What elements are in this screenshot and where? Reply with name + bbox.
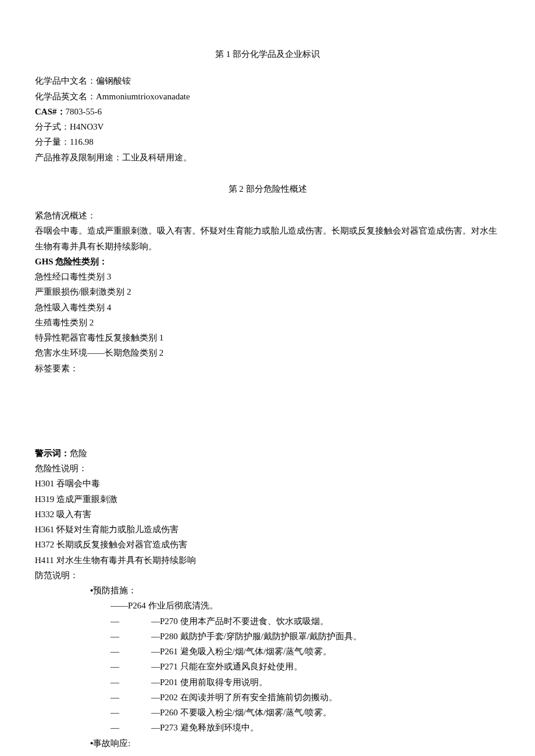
- hazard-statement: H372 长期或反复接触会对器官造成伤害: [35, 537, 500, 552]
- prevention-text: —P280 戴防护手套/穿防护服/戴防护眼罩/戴防护面具。: [151, 632, 362, 641]
- hazard-label: 危险性说明：: [35, 461, 500, 476]
- cas-line: CAS#：7803-55-6: [35, 104, 500, 119]
- response-header: •事故响应:•事故响应:: [35, 736, 500, 751]
- ghs-category: 严重眼损伤/眼刺激类别 2: [35, 284, 500, 299]
- prevention-text: —P202 在阅读并明了所有安全措施前切勿搬动。: [151, 693, 337, 702]
- prevention-item: ——P202 在阅读并明了所有安全措施前切勿搬动。: [35, 690, 500, 705]
- ghs-category: 危害水生环境——长期危险类别 2: [35, 345, 500, 360]
- emergency-label: 紧急情况概述：: [35, 208, 500, 223]
- section1-title: 第 1 部分化学品及企业标识: [35, 46, 500, 62]
- cas-label: CAS#：: [35, 107, 66, 116]
- section1-content: 化学品中文名：偏钢酸铵 化学品英文名：Ammoniumtrioxovanadat…: [35, 73, 500, 165]
- prevention-text: —P271 只能在室外或通风良好处使用。: [151, 662, 302, 671]
- formula-label: 分子式：: [35, 122, 70, 131]
- prevention-text: —P273 避免释放到环境中。: [151, 723, 259, 732]
- prevention-item: ——P280 戴防护手套/穿防护服/戴防护眼罩/戴防护面具。: [35, 629, 500, 644]
- english-name-label: 化学品英文名：: [35, 92, 96, 101]
- prevention-header: ••预防措施：预防措施：: [35, 583, 500, 598]
- mw-line: 分子量：116.98: [35, 134, 500, 149]
- formula-value: H4NO3V: [70, 122, 104, 131]
- label-elements: 标签要素：: [35, 361, 500, 376]
- prevention-item: ——P271 只能在室外或通风良好处使用。: [35, 659, 500, 674]
- prevention-item: ——P260 不要吸入粉尘/烟/气体/烟雾/蒸气/喷雾。: [35, 705, 500, 720]
- use-line: 产品推荐及限制用途：工业及科研用途。: [35, 150, 500, 165]
- prevention-text: —P261 避免吸入粉尘/烟/气体/烟雾/蒸气/喷雾。: [151, 647, 331, 656]
- ghs-category: 急性经口毒性类别 3: [35, 269, 500, 284]
- chinese-name-value: 偏钢酸铵: [96, 76, 131, 85]
- prevention-item: ——P201 使用前取得专用说明。: [35, 675, 500, 690]
- emergency-text: 吞咽会中毒。造成严重眼刺激。吸入有害。怀疑对生育能力或胎儿造成伤害。长期或反复接…: [35, 223, 500, 254]
- mw-value: 116.98: [70, 137, 94, 146]
- hazard-statement: H301 吞咽会中毒: [35, 476, 500, 491]
- formula-line: 分子式：H4NO3V: [35, 119, 500, 134]
- prevention-item: ——P261 避免吸入粉尘/烟/气体/烟雾/蒸气/喷雾。: [35, 644, 500, 659]
- prevention-item: ——P270 使用本产品时不要进食、饮水或吸烟。: [35, 614, 500, 629]
- english-name-value: Ammoniumtrioxovanadate: [96, 92, 190, 101]
- ghs-category: 特异性靶器官毒性反复接触类别 1: [35, 330, 500, 345]
- signal-label: 警示词：: [35, 449, 70, 458]
- cas-value: 7803-55-6: [66, 107, 102, 116]
- hazard-statement: H411 对水生生物有毒并具有长期持续影响: [35, 553, 500, 568]
- prevention-text: —P270 使用本产品时不要进食、饮水或吸烟。: [151, 617, 329, 626]
- pictogram-placeholder: [35, 376, 500, 446]
- hazard-statement: H332 吸入有害: [35, 507, 500, 522]
- prevention-text: —P201 使用前取得专用说明。: [151, 678, 268, 687]
- prevention-item: ——P273 避免释放到环境中。: [35, 720, 500, 735]
- prevention-text: —P260 不要吸入粉尘/烟/气体/烟雾/蒸气/喷雾。: [151, 708, 331, 717]
- chinese-name-label: 化学品中文名：: [35, 76, 96, 85]
- signal-line: 警示词：危险: [35, 446, 500, 461]
- section2-title: 第 2 部分危险性概述: [35, 181, 500, 196]
- prevention-item: ——P264 作业后彻底清洗。: [35, 598, 500, 613]
- chinese-name-line: 化学品中文名：偏钢酸铵: [35, 73, 500, 88]
- ghs-category: 急性吸入毒性类别 4: [35, 300, 500, 315]
- hazard-statement: H361 怀疑对生育能力或胎儿造成伤害: [35, 522, 500, 537]
- ghs-label: GHS 危险性类别：: [35, 254, 500, 269]
- english-name-line: 化学品英文名：Ammoniumtrioxovanadate: [35, 89, 500, 104]
- use-label: 产品推荐及限制用途：: [35, 153, 122, 162]
- precaution-label: 防范说明：: [35, 568, 500, 583]
- signal-value: 危险: [70, 449, 87, 458]
- ghs-category: 生殖毒性类别 2: [35, 315, 500, 330]
- hazard-statement: H319 造成严重眼刺激: [35, 492, 500, 507]
- section2-content: 紧急情况概述： 吞咽会中毒。造成严重眼刺激。吸入有害。怀疑对生育能力或胎儿造成伤…: [35, 208, 500, 751]
- mw-label: 分子量：: [35, 137, 70, 146]
- use-value: 工业及科研用途。: [122, 153, 192, 162]
